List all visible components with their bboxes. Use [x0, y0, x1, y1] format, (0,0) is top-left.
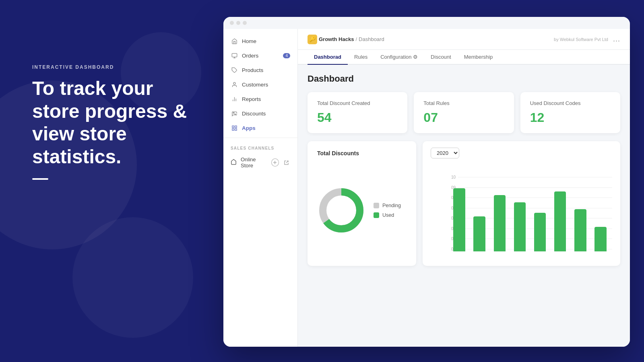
window-dot-3	[243, 21, 247, 25]
sidebar-item-apps-label: Apps	[242, 125, 256, 131]
donut-chart-card: Total Discounts Pend	[308, 141, 416, 266]
stat-label-total-discount: Total Discount Created	[317, 100, 398, 106]
sidebar-item-reports-label: Reports	[242, 96, 261, 102]
bar-col-apr	[511, 202, 528, 252]
bar-col-mar	[491, 195, 508, 251]
stat-value-total-rules: 07	[423, 110, 504, 125]
stat-value-total-discount: 54	[317, 110, 398, 125]
breadcrumb-page: Dashboard	[359, 36, 384, 42]
sidebar-item-orders-label: Orders	[242, 53, 258, 59]
pending-label: Pending	[382, 203, 401, 208]
pending-dot	[374, 203, 379, 208]
add-channel-button[interactable]	[271, 158, 279, 167]
stats-row: Total Discount Created 54 Total Rules 07…	[308, 92, 620, 133]
donut-legend: Pending Used	[374, 203, 401, 218]
bar-col-feb	[471, 216, 488, 252]
stat-card-used-discount: Used Discount Codes 12	[520, 92, 620, 133]
svg-rect-13	[235, 128, 236, 130]
bar-jun	[554, 191, 566, 251]
discounts-icon	[231, 110, 238, 117]
svg-rect-11	[232, 125, 233, 127]
sidebar-item-products[interactable]: Products	[223, 63, 297, 77]
orders-icon	[231, 52, 238, 59]
window-dot-2	[236, 21, 240, 25]
bar-chart-header: 2020 2019 2018	[431, 148, 612, 158]
bar-feb	[473, 216, 485, 252]
bar-chart-card: 2020 2019 2018 10	[423, 141, 620, 266]
year-select[interactable]: 2020 2019 2018	[431, 148, 459, 158]
sidebar-item-products-label: Products	[242, 67, 263, 73]
home-icon	[231, 37, 238, 45]
stat-label-total-rules: Total Rules	[423, 100, 504, 106]
tab-discount[interactable]: Discount	[424, 50, 458, 65]
svg-point-4	[233, 82, 235, 84]
tab-dashboard[interactable]: Dashborad	[308, 50, 348, 65]
sidebar-item-orders[interactable]: Orders 4	[223, 48, 297, 63]
bar-may	[534, 213, 546, 251]
stat-value-used-discount: 12	[530, 110, 611, 125]
sidebar-item-online-store[interactable]: Online Store	[223, 153, 297, 172]
reports-icon	[231, 95, 238, 103]
online-store-label: Online Store	[241, 156, 267, 169]
underline-decoration	[32, 178, 48, 180]
svg-rect-12	[235, 125, 236, 127]
legend-item-used: Used	[374, 212, 401, 218]
bar-jan	[453, 188, 465, 252]
bar-apr	[514, 202, 526, 252]
app-icon: 🔑	[308, 35, 317, 44]
sidebar-item-customers[interactable]: Customers	[223, 77, 297, 92]
headline: To track your store progress & view stor…	[32, 77, 201, 169]
left-panel: Interactive Dashboard To track your stor…	[32, 64, 201, 180]
stat-label-used-discount: Used Discount Codes	[530, 100, 611, 106]
bar-mar	[494, 195, 506, 251]
stat-card-total-discount: Total Discount Created 54	[308, 92, 407, 133]
bar-col-jan	[451, 188, 468, 252]
bar-chart-area: 10 09 08	[431, 164, 612, 259]
orders-badge: 4	[283, 53, 290, 58]
donut-svg	[317, 186, 365, 234]
tab-configuration[interactable]: Configuration ⚙	[374, 50, 424, 65]
window-top-bar	[223, 17, 630, 29]
sidebar-item-apps[interactable]: Apps	[223, 121, 297, 135]
sidebar-item-home[interactable]: Home	[223, 34, 297, 48]
stat-card-total-rules: Total Rules 07	[414, 92, 514, 133]
sidebar-divider	[223, 138, 297, 138]
background-left	[0, 0, 225, 362]
bar-col-may	[532, 213, 549, 251]
tab-membership[interactable]: Membership	[458, 50, 500, 65]
breadcrumb: 🔑 Growth Hacks / Dashboard	[308, 35, 554, 44]
app-window: Home Orders 4 Products Customers	[223, 17, 630, 347]
sidebar-item-discounts-label: Discounts	[242, 111, 266, 117]
bar-col-aug	[592, 227, 609, 251]
bar-jul	[574, 209, 586, 251]
main-content: 🔑 Growth Hacks / Dashboard by Webkul Sof…	[298, 29, 630, 347]
tab-rules[interactable]: Rules	[348, 50, 374, 65]
breadcrumb-sep: /	[355, 36, 357, 42]
sidebar-item-discounts[interactable]: Discounts	[223, 106, 297, 121]
used-dot	[374, 212, 379, 218]
sales-channels-label: Sales Channels	[223, 140, 297, 153]
page-content: Dashboard Total Discount Created 54 Tota…	[298, 65, 630, 347]
bar-col-jul	[572, 209, 589, 251]
app-header: 🔑 Growth Hacks / Dashboard by Webkul Sof…	[298, 29, 630, 50]
donut-chart-body: Pending Used	[317, 164, 407, 257]
sidebar-item-customers-label: Customers	[242, 82, 268, 88]
sidebar: Home Orders 4 Products Customers	[223, 29, 298, 347]
svg-rect-0	[232, 53, 237, 57]
online-store-icon	[231, 159, 237, 166]
bars-container	[448, 175, 612, 251]
nav-tabs: Dashborad Rules Configuration ⚙ Discount…	[298, 50, 630, 65]
more-button[interactable]: ...	[613, 35, 620, 43]
bg-circle-2	[72, 217, 193, 338]
sidebar-item-reports[interactable]: Reports	[223, 92, 297, 106]
charts-row: Total Discounts Pend	[308, 141, 620, 266]
sidebar-item-home-label: Home	[242, 38, 256, 44]
tag-label: Interactive Dashboard	[32, 64, 201, 70]
bar-chart-inner: 10 09 08	[431, 175, 612, 259]
bar-col-jun	[552, 191, 569, 251]
by-label: by Webkul Software Pvt Ltd	[554, 37, 608, 42]
customers-icon	[231, 81, 238, 88]
svg-rect-14	[232, 128, 233, 130]
external-link-button[interactable]	[283, 158, 290, 167]
products-icon	[231, 66, 238, 74]
